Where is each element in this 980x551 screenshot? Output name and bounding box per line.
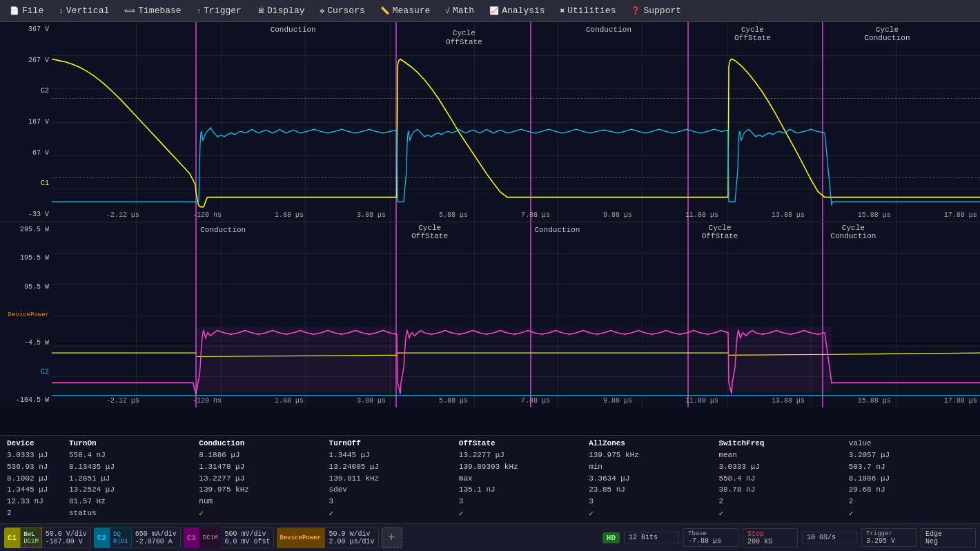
- menu-timebase[interactable]: ⟺ Timebase: [117, 3, 188, 18]
- stats-cell-status-allzones: ✓: [716, 508, 845, 521]
- svg-rect-17: [397, 327, 728, 392]
- stats-cell-sdev-switchfreq: 81.57 Hz: [66, 496, 196, 508]
- stats-cell-mean-allzones: 13.24005 μJ: [326, 462, 456, 474]
- add-channel-button[interactable]: +: [382, 528, 402, 548]
- menu-trigger[interactable]: ↑ Trigger: [190, 3, 248, 18]
- stats-col-turnon: TurnOn: [66, 438, 196, 450]
- stats-cell-status-turnon: ✓: [196, 508, 326, 521]
- stats-cell-min-conduction: 503.7 nJ: [846, 462, 976, 474]
- menu-support[interactable]: ❓ Support: [624, 3, 688, 18]
- stats-cell-mean-turnoff: 8.13435 μJ: [66, 462, 196, 474]
- stats-area: Device TurnOn Conduction TurnOff OffStat…: [0, 435, 980, 523]
- menu-vertical[interactable]: ↕ Vertical: [52, 3, 116, 18]
- stats-cell-num-allzones: 2: [846, 496, 976, 508]
- top-y-label-4: 67 V: [3, 149, 49, 157]
- support-icon: ❓: [631, 6, 640, 15]
- analysis-icon: 📈: [489, 6, 499, 15]
- bottom-time-axis: -2.12 μs -120 ns 1.88 μs 3.88 μs 5.88 μs…: [104, 394, 980, 407]
- svg-rect-16: [196, 327, 396, 392]
- stats-cell-num-turnoff: 3: [586, 496, 716, 508]
- bottom-waveform-panel: 295.5 W 195.5 W 95.5 W DevicePower -4.5 …: [0, 222, 980, 407]
- stop-info-block: Stop 200 kS: [743, 528, 798, 548]
- stats-cell-num-conduction: 3: [456, 496, 586, 508]
- channel-devicepower-info: 50.0 W/div 2.00 μs/div: [325, 528, 378, 548]
- top-y-label-2: C2: [3, 87, 49, 95]
- stats-cell-status-conduction: ✓: [326, 508, 456, 521]
- stats-cell-sdev-turnon: 135.1 nJ: [456, 485, 586, 496]
- stats-cell-value-offstate: 1.3445 μJ: [326, 450, 456, 462]
- vertical-icon: ↕: [59, 7, 63, 15]
- menu-display[interactable]: 🖥 Display: [250, 3, 312, 18]
- stats-row-status-label: status: [66, 508, 196, 521]
- channel-devicepower-label: DevicePower: [277, 528, 325, 548]
- stats-cell-value-switchfreq: 139.975 kHz: [586, 450, 716, 462]
- stats-cell-max-conduction: 558.4 nJ: [716, 474, 845, 485]
- channel-c2-badge[interactable]: C2 DQ B|D1 650 mA/div -2.0700 A: [94, 528, 181, 548]
- stats-cell-value-turnoff: 8.1886 μJ: [196, 450, 326, 462]
- stats-row-sdev-label: sdev: [326, 485, 456, 496]
- stats-cell-value-turnon: 3.0333 μJ: [4, 450, 66, 462]
- menu-analysis[interactable]: 📈 Analysis: [482, 3, 551, 18]
- channel-c2-label: C2: [94, 528, 110, 548]
- stats-cell-min-offstate: 1.2851 μJ: [66, 474, 196, 485]
- channel-c3-label: C3: [184, 528, 199, 548]
- stats-row-mean-label: mean: [716, 450, 845, 462]
- display-icon: 🖥: [257, 6, 264, 15]
- hd-badge: HD: [602, 532, 620, 543]
- svg-line-7: [832, 353, 980, 354]
- stats-cell-max-offstate: 1.3445 μJ: [4, 485, 66, 496]
- stats-cell-sdev-conduction: 23.85 nJ: [586, 485, 716, 496]
- menubar: 📄 File ↕ Vertical ⟺ Timebase ↑ Trigger 🖥…: [0, 0, 980, 22]
- bottom-y-label-device: DevicePower: [3, 311, 49, 318]
- stats-col-device: Device: [4, 438, 66, 450]
- file-icon: 📄: [10, 6, 19, 15]
- channel-c3-info: 500 mV/div 0.0 mV ofst: [221, 528, 274, 548]
- menu-utilities[interactable]: ✖ Utilities: [553, 3, 623, 18]
- stats-table: Device TurnOn Conduction TurnOff OffStat…: [4, 438, 976, 521]
- tbase-info-block: Tbase -7.88 μs: [683, 528, 738, 547]
- trigger-info-block: Trigger 3.295 V: [861, 528, 917, 547]
- cursors-icon: ✥: [320, 6, 325, 15]
- channel-c3-badge[interactable]: C3 DC1M 500 mV/div 0.0 mV ofst: [184, 528, 275, 548]
- stats-cell-max-turnon: 3.3634 μJ: [586, 474, 716, 485]
- top-waveform-panel: 367 V 267 V C2 167 V 67 V C1 -33 V: [0, 22, 980, 222]
- stats-row-min-label: min: [586, 462, 716, 474]
- menu-math[interactable]: √ Math: [438, 3, 481, 18]
- scope-area: 367 V 267 V C2 167 V 67 V C1 -33 V: [0, 22, 980, 435]
- bottom-y-axis: 295.5 W 195.5 W 95.5 W DevicePower -4.5 …: [0, 222, 52, 407]
- bottom-y-label-3: -4.5 W: [3, 339, 49, 347]
- bottom-y-label-1: 195.5 W: [3, 254, 49, 262]
- stats-cell-mean-conduction: 536.93 nJ: [4, 462, 66, 474]
- menu-cursors[interactable]: ✥ Cursors: [313, 3, 372, 18]
- stats-col-allzones: AllZones: [586, 438, 716, 450]
- stats-cell-status-offstate: ✓: [586, 508, 716, 521]
- stats-cell-max-turnoff: 8.1886 μJ: [846, 474, 976, 485]
- menu-measure[interactable]: 📏 Measure: [373, 3, 438, 18]
- top-y-label-3: 167 V: [3, 118, 49, 126]
- top-waveform-svg: [52, 22, 980, 222]
- channel-c1-info: 50.0 V/div -167.00 V: [42, 528, 91, 548]
- stats-cell-min-turnon: 3.0333 μJ: [716, 462, 845, 474]
- bottom-y-label-2: 95.5 W: [3, 283, 49, 291]
- menu-file[interactable]: 📄 File: [3, 3, 50, 18]
- timebase-icon: ⟺: [124, 6, 135, 15]
- top-y-label-1: 267 V: [3, 57, 49, 64]
- svg-rect-18: [728, 327, 832, 392]
- stats-cell-max-switchfreq: 139.975 kHz: [196, 485, 326, 496]
- channel-c1-badge[interactable]: C1 BwL DC1M 50.0 V/div -167.00 V: [4, 528, 91, 548]
- measure-icon: 📏: [380, 6, 390, 15]
- right-status-info: HD 12 Bits Tbase -7.88 μs Stop 200 kS 10…: [602, 528, 976, 548]
- bottom-y-label-4: -104.5 W: [3, 396, 49, 404]
- samplerate-info-block: 10 GS/s: [802, 532, 857, 543]
- channel-c1-label: C1: [4, 528, 20, 548]
- utilities-icon: ✖: [560, 6, 565, 15]
- stats-cell-num-turnon: 3: [326, 496, 456, 508]
- channel-devicepower-badge[interactable]: DevicePower 50.0 W/div 2.00 μs/div: [277, 528, 378, 548]
- stats-cell-mean-offstate: 1.31478 μJ: [196, 462, 326, 474]
- edge-info-block: Edge Neg: [921, 528, 976, 548]
- top-waveform-area: Conduction Cycle OffState Conduction Cyc…: [52, 22, 980, 222]
- stats-cell-value-allzones: 13.2277 μJ: [456, 450, 586, 462]
- stats-row-value-label: value: [846, 438, 976, 450]
- stats-cell-min-turnoff: 8.1002 μJ: [4, 474, 66, 485]
- stats-cell-min-switchfreq: 139.811 kHz: [326, 474, 456, 485]
